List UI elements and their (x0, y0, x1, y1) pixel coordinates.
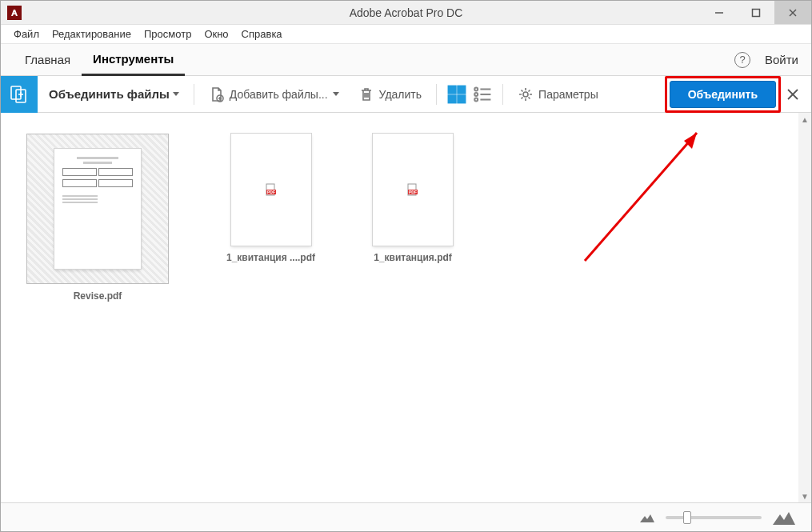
add-files-button[interactable]: Добавить файлы... (204, 83, 344, 106)
menu-window[interactable]: Окно (198, 26, 234, 42)
svg-rect-9 (449, 95, 456, 102)
combine-files-icon (1, 76, 38, 113)
app-icon (7, 6, 22, 20)
separator (436, 84, 437, 105)
zoom-slider-thumb[interactable] (683, 511, 691, 524)
menu-help[interactable]: Справка (235, 26, 289, 42)
svg-point-17 (523, 92, 528, 97)
combine-button[interactable]: Объединить (670, 81, 776, 108)
svg-marker-29 (773, 512, 795, 525)
delete-button[interactable]: Удалить (354, 83, 426, 106)
file-name: Revise.pdf (74, 290, 122, 302)
file-thumbnail: PDF (373, 134, 453, 246)
svg-text:PDF: PDF (409, 190, 417, 194)
svg-rect-7 (449, 86, 456, 93)
content-area: Revise.pdf PDF 1_квитанция ....pdf PDF (1, 113, 811, 502)
trash-icon (358, 86, 374, 102)
window-title: Adobe Acrobat Pro DC (1, 6, 811, 19)
separator (194, 84, 194, 105)
help-icon[interactable]: ? (734, 52, 750, 68)
grid-icon (446, 84, 467, 105)
file-card[interactable]: Revise.pdf (26, 134, 169, 302)
gear-icon (518, 86, 534, 102)
file-card[interactable]: PDF 1_квитанция ....pdf (226, 134, 315, 263)
list-view-button[interactable] (472, 84, 493, 105)
chevron-down-icon (173, 92, 179, 96)
menu-file[interactable]: Файл (7, 26, 46, 42)
file-thumbnail: PDF (231, 134, 311, 246)
minimize-button[interactable] (701, 1, 738, 24)
svg-rect-10 (458, 95, 465, 102)
nav-tools[interactable]: Инструменты (82, 45, 185, 76)
svg-marker-28 (640, 514, 654, 522)
maximize-button[interactable] (738, 1, 774, 24)
menu-view[interactable]: Просмотр (138, 26, 198, 42)
grid-view-button[interactable] (446, 84, 467, 105)
scroll-up-icon[interactable]: ▲ (798, 113, 811, 126)
close-button[interactable] (774, 1, 811, 24)
svg-point-11 (474, 87, 478, 90)
svg-point-13 (474, 93, 478, 96)
combine-files-label: Объединить файлы (49, 87, 170, 101)
options-label: Параметры (538, 88, 598, 101)
toolbar: Объединить файлы Добавить файлы... Удали… (1, 76, 811, 113)
svg-rect-8 (458, 86, 465, 93)
svg-point-15 (474, 98, 478, 101)
menubar: Файл Редактирование Просмотр Окно Справк… (1, 25, 811, 44)
options-button[interactable]: Параметры (513, 83, 603, 106)
footer (1, 502, 811, 531)
file-card[interactable]: PDF 1_квитанция.pdf (373, 134, 453, 263)
zoom-slider[interactable] (666, 516, 762, 519)
list-icon (472, 84, 493, 105)
delete-label: Удалить (379, 88, 422, 101)
pdf-icon: PDF (265, 183, 278, 196)
separator (502, 84, 503, 105)
chevron-down-icon (333, 92, 339, 96)
pdf-icon: PDF (406, 183, 419, 196)
svg-rect-1 (753, 9, 760, 16)
zoom-in-icon[interactable] (773, 510, 795, 525)
file-name: 1_квитанция ....pdf (226, 252, 315, 263)
file-name: 1_квитанция.pdf (374, 252, 452, 263)
svg-text:PDF: PDF (267, 190, 275, 194)
file-thumbnail (54, 149, 141, 269)
zoom-out-icon[interactable] (640, 513, 654, 522)
scrollbar[interactable]: ▲ ▼ (798, 113, 811, 502)
add-file-icon (209, 86, 225, 102)
scroll-down-icon[interactable]: ▼ (798, 490, 811, 502)
menu-edit[interactable]: Редактирование (46, 26, 138, 42)
close-panel-button[interactable] (784, 86, 802, 103)
login-button[interactable]: Войти (765, 53, 798, 66)
titlebar: Adobe Acrobat Pro DC (1, 1, 811, 25)
combine-files-dropdown[interactable]: Объединить файлы (38, 87, 184, 101)
nav-home[interactable]: Главная (14, 44, 82, 75)
add-files-label: Добавить файлы... (230, 88, 328, 101)
navbar: Главная Инструменты ? Войти (1, 44, 811, 76)
